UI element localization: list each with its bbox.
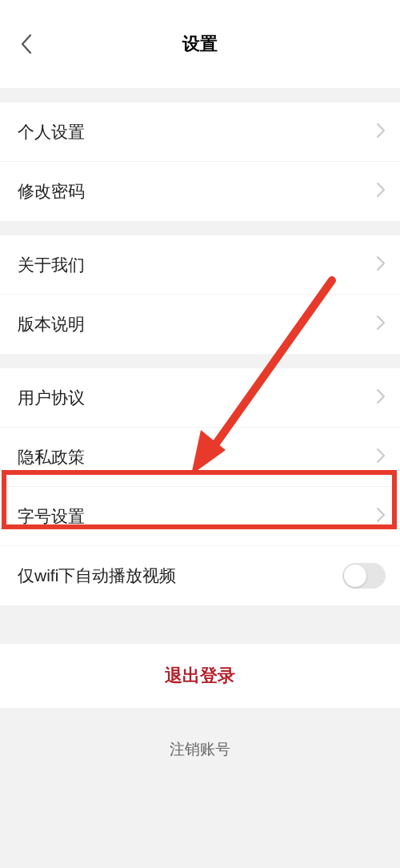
chevron-right-icon xyxy=(376,507,386,526)
item-user-agreement[interactable]: 用户协议 xyxy=(0,368,400,428)
wifi-toggle[interactable] xyxy=(342,563,386,589)
item-label: 隐私政策 xyxy=(18,446,85,468)
chevron-left-icon xyxy=(19,33,34,55)
delete-account-button[interactable]: 注销账号 xyxy=(0,725,400,774)
item-label: 个人设置 xyxy=(18,121,85,143)
header-bar: 设置 xyxy=(0,0,400,88)
logout-button[interactable]: 退出登录 xyxy=(0,644,400,708)
chevron-right-icon xyxy=(376,182,386,201)
item-font-size[interactable]: 字号设置 xyxy=(0,487,400,546)
item-label: 字号设置 xyxy=(18,505,85,528)
chevron-right-icon xyxy=(376,255,386,275)
section-gap xyxy=(0,708,400,725)
item-label: 仅wifi下自动播放视频 xyxy=(18,565,176,587)
item-label: 关于我们 xyxy=(18,254,85,276)
chevron-right-icon xyxy=(376,388,386,408)
item-personal-settings[interactable]: 个人设置 xyxy=(0,102,400,162)
item-change-password[interactable]: 修改密码 xyxy=(0,162,400,221)
item-version[interactable]: 版本说明 xyxy=(0,295,400,354)
section-gap xyxy=(0,88,400,102)
section-gap xyxy=(0,605,400,644)
item-privacy-policy[interactable]: 隐私政策 xyxy=(0,428,400,487)
chevron-right-icon xyxy=(376,448,386,467)
item-label: 修改密码 xyxy=(18,180,85,203)
back-button[interactable] xyxy=(14,32,38,56)
delete-label: 注销账号 xyxy=(170,739,230,760)
logout-label: 退出登录 xyxy=(165,664,235,688)
item-label: 版本说明 xyxy=(18,313,85,336)
section-gap xyxy=(0,221,400,235)
chevron-right-icon xyxy=(376,315,386,334)
item-wifi-autoplay[interactable]: 仅wifi下自动播放视频 xyxy=(0,546,400,605)
toggle-knob xyxy=(344,565,366,587)
section-gap xyxy=(0,354,400,368)
chevron-right-icon xyxy=(376,123,386,142)
item-label: 用户协议 xyxy=(18,387,85,409)
page-title: 设置 xyxy=(182,32,218,56)
item-about-us[interactable]: 关于我们 xyxy=(0,235,400,295)
